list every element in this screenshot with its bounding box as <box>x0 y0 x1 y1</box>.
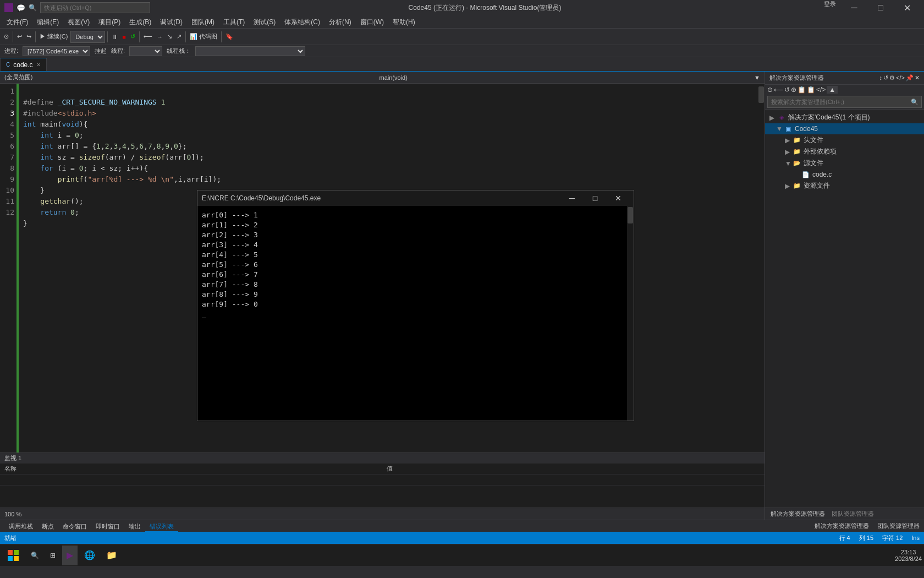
sol-tool-7[interactable]: </> <box>816 86 826 94</box>
expand-icon[interactable]: ▶ <box>785 182 790 190</box>
bottom-tab-breakpoints[interactable]: 断点 <box>37 520 58 532</box>
process-label: 进程: <box>4 47 18 55</box>
sol-close-icon[interactable]: ✕ <box>915 74 920 81</box>
folder-source[interactable]: ▼ 📂 源文件 <box>765 157 924 169</box>
vs-taskbar-button[interactable]: ▶ <box>62 546 78 565</box>
menu-build[interactable]: 生成(B) <box>125 15 156 29</box>
menu-analyze[interactable]: 分析(N) <box>324 15 356 29</box>
zoom-level[interactable]: 100 % <box>4 511 21 517</box>
minimize-button[interactable]: ─ <box>842 0 867 15</box>
console-line-3: arr[3] ---> 4 <box>202 240 629 250</box>
breadcrumb-expand[interactable]: ▼ <box>754 74 760 81</box>
expand-icon[interactable]: ▶ <box>769 114 775 122</box>
sol-tool-2[interactable]: ⟵ <box>774 86 783 94</box>
toolbar-continue[interactable]: ▶ 继续(C) <box>38 30 69 43</box>
menu-bar: 文件(F) 编辑(E) 视图(V) 项目(P) 生成(B) 调试(D) 团队(M… <box>0 15 924 29</box>
menu-test[interactable]: 测试(S) <box>249 15 280 29</box>
solution-root[interactable]: ▶ ◈ 解决方案'Code45'(1 个项目) <box>765 112 924 123</box>
bottom-tab-callstack[interactable]: 调用堆栈 <box>4 520 37 532</box>
folder-headers[interactable]: ▶ 📁 头文件 <box>765 134 924 146</box>
sol-tool-6[interactable]: 📋 <box>807 86 815 94</box>
toolbar-bookmark[interactable]: 🔖 <box>224 30 235 43</box>
folder-resources[interactable]: ▶ 📁 资源文件 <box>765 180 924 192</box>
sol-refresh-icon[interactable]: ↺ <box>883 74 888 81</box>
maximize-button[interactable]: □ <box>868 0 893 15</box>
toolbar-pause[interactable]: ⏸ <box>110 30 119 43</box>
console-close[interactable]: ✕ <box>607 190 629 206</box>
console-minimize[interactable]: ─ <box>561 190 583 206</box>
sol-sync-icon[interactable]: ↕ <box>879 74 883 81</box>
toolbar-step-in[interactable]: ↘ <box>166 30 174 43</box>
menu-view[interactable]: 视图(V) <box>63 15 94 29</box>
console-maximize[interactable]: □ <box>584 190 606 206</box>
chrome-taskbar-button[interactable]: 🌐 <box>80 546 100 565</box>
toolbar-step-back[interactable]: ⟵ <box>142 30 154 43</box>
thread-select[interactable] <box>129 46 162 56</box>
watch-empty-row[interactable] <box>0 475 765 486</box>
toolbar-restart[interactable]: ↺ <box>129 30 137 43</box>
expand-icon[interactable]: ▼ <box>785 160 790 167</box>
toolbar-undo[interactable]: ↩ <box>15 30 24 43</box>
solution-explorer-header: 解决方案资源管理器 ↕ ↺ ⚙ </> 📌 ✕ <box>765 72 924 85</box>
bottom-tab-command[interactable]: 命令窗口 <box>58 520 91 532</box>
menu-file[interactable]: 文件(F) <box>2 15 32 29</box>
menu-arch[interactable]: 体系结构(C) <box>280 15 324 29</box>
sol-explorer-tab[interactable]: 解决方案资源管理器 <box>815 522 869 529</box>
sol-tool-3[interactable]: ↺ <box>784 86 790 94</box>
project-item[interactable]: ▼ ▣ Code45 <box>765 123 924 134</box>
sol-prop-icon[interactable]: ⚙ <box>889 74 895 81</box>
explorer-taskbar-button[interactable]: 📁 <box>102 546 122 565</box>
bottom-tab-output[interactable]: 输出 <box>124 520 145 532</box>
expand-icon[interactable]: ▶ <box>785 148 790 156</box>
taskbar: 🔍 ⊞ ▶ 🌐 📁 23:13 2023/8/24 <box>0 544 924 566</box>
taskview-icon: ⊞ <box>50 552 56 559</box>
toolbar-codemap[interactable]: 📊 代码图 <box>188 30 219 43</box>
start-button[interactable] <box>2 546 24 565</box>
right-tab-solution[interactable]: 解决方案资源管理器 <box>767 510 828 518</box>
toolbar-step-over[interactable]: → <box>155 30 164 43</box>
sol-code-icon[interactable]: </> <box>896 74 905 81</box>
login-button[interactable]: 登录 <box>820 0 840 15</box>
toolbar-back[interactable]: ⊙ <box>2 30 10 43</box>
sol-tool-5[interactable]: 📋 <box>798 86 806 94</box>
taskview-button[interactable]: ⊞ <box>46 546 60 565</box>
sol-tool-4[interactable]: ⊕ <box>791 86 796 94</box>
toolbar-redo[interactable]: ↪ <box>25 30 33 43</box>
watch-name-input[interactable] <box>0 475 382 486</box>
expand-icon[interactable]: ▼ <box>776 125 782 133</box>
project-icon: ▣ <box>784 124 793 133</box>
console-scrollbar-thumb[interactable] <box>628 207 633 223</box>
tab-code-c[interactable]: C code.c ✕ <box>0 58 47 71</box>
console-scrollbar[interactable] <box>627 206 634 421</box>
solution-search-input[interactable] <box>767 96 922 108</box>
search-taskbar-button[interactable]: 🔍 <box>26 546 43 565</box>
team-explorer-tab[interactable]: 团队资源管理器 <box>877 522 920 529</box>
tab-close-button[interactable]: ✕ <box>36 62 41 68</box>
stack-select[interactable] <box>195 46 305 56</box>
debug-config-select[interactable]: Debug <box>70 31 105 43</box>
menu-debug[interactable]: 调试(D) <box>156 15 187 29</box>
toolbar-step-out[interactable]: ↗ <box>175 30 183 43</box>
menu-edit[interactable]: 编辑(E) <box>32 15 63 29</box>
menu-window[interactable]: 窗口(W) <box>356 15 388 29</box>
editor-scrollbar[interactable] <box>758 84 765 452</box>
sol-pin-icon[interactable]: 📌 <box>906 74 914 81</box>
sol-tool-1[interactable]: ⊙ <box>767 86 773 94</box>
menu-project[interactable]: 项目(P) <box>94 15 125 29</box>
menu-help[interactable]: 帮助(H) <box>388 15 420 29</box>
quick-launch-input[interactable] <box>40 2 150 13</box>
feedback-icon[interactable]: 💬 <box>16 4 25 12</box>
menu-tools[interactable]: 工具(T) <box>219 15 249 29</box>
bottom-tab-errorlist[interactable]: 错误列表 <box>145 520 178 532</box>
process-select[interactable]: [7572] Code45.exe <box>23 46 90 56</box>
expand-icon[interactable]: ▶ <box>785 137 790 144</box>
folder-external-deps[interactable]: ▶ 📁 外部依赖项 <box>765 146 924 157</box>
right-tab-team[interactable]: 团队资源管理器 <box>828 510 877 518</box>
menu-team[interactable]: 团队(M) <box>187 15 219 29</box>
close-button[interactable]: ✕ <box>894 0 920 15</box>
toolbar-stop[interactable]: ■ <box>120 30 128 43</box>
scrollbar-thumb[interactable] <box>758 86 764 103</box>
file-code-c[interactable]: 📄 code.c <box>765 169 924 180</box>
sol-tool-filter[interactable]: ▲ <box>827 86 838 94</box>
bottom-tab-immediate[interactable]: 即时窗口 <box>91 520 124 532</box>
